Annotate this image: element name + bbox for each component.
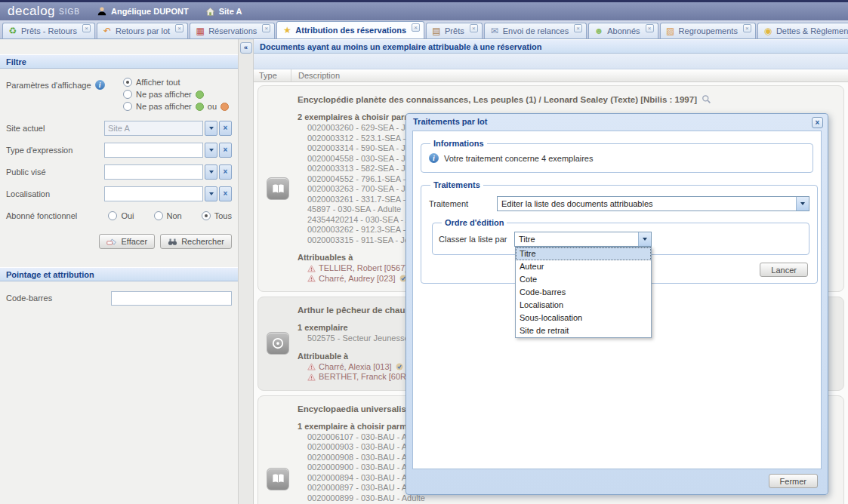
chevron-down-icon[interactable]: [638, 232, 651, 246]
display-option-0[interactable]: Afficher tout: [123, 78, 229, 87]
tab-close-icon[interactable]: ×: [574, 24, 582, 32]
tab-close-icon[interactable]: ×: [82, 24, 91, 32]
select-value[interactable]: [104, 143, 203, 158]
abonne-option-non[interactable]: Non: [154, 211, 182, 220]
search-icon[interactable]: [702, 94, 711, 104]
collapse-sidebar-button[interactable]: «: [240, 42, 252, 54]
tab-regroupements[interactable]: ▨Regroupements×: [660, 23, 756, 38]
order-option-cote[interactable]: Cote: [516, 273, 651, 286]
select-value[interactable]: [104, 164, 203, 180]
tab-close-icon[interactable]: ×: [175, 24, 183, 32]
tab-retours-par-lot[interactable]: ↶Retours par lot×: [97, 23, 188, 38]
reservations-icon: ▦: [195, 26, 205, 36]
abonne-option-tous[interactable]: Tous: [202, 211, 232, 220]
type-cell: [258, 399, 298, 504]
subscribers-icon: ☻: [594, 26, 604, 36]
radio-button[interactable]: [154, 211, 163, 220]
tab-close-icon[interactable]: ×: [646, 24, 654, 32]
field-label: Localisation: [6, 189, 104, 198]
current-site[interactable]: Site A: [205, 7, 242, 17]
tab-label: Prêts - Retours: [21, 26, 77, 35]
radio-label: Tous: [214, 211, 232, 220]
column-type[interactable]: Type: [254, 69, 291, 81]
tab-label: Envoi de relances: [503, 26, 569, 35]
top-bar: decalog SIGB Angélique DUPONT Site A: [0, 0, 848, 20]
loans-returns-icon: ♻: [8, 26, 18, 36]
tab-label: Attribution des réservations: [295, 26, 406, 35]
assign-hand-icon[interactable]: [395, 362, 404, 371]
tab-dettes-r-glements[interactable]: ◉Dettes & Règlements×: [757, 23, 848, 38]
book-icon: [267, 468, 289, 490]
search-button[interactable]: Rechercher: [160, 234, 232, 249]
reservation-assignment-icon: ★: [282, 25, 292, 35]
order-option-titre[interactable]: Titre: [516, 247, 651, 260]
tab-label: Prêts: [445, 26, 464, 35]
tab-label: Abonnés: [607, 26, 640, 35]
app-logo-suffix: SIGB: [59, 8, 80, 16]
tab-pr-ts[interactable]: ▤Prêts×: [426, 23, 483, 38]
reminders-icon: ✉: [489, 26, 500, 36]
type-cell: [258, 300, 298, 387]
treatment-select[interactable]: Editer la liste des documents attribuabl…: [497, 196, 809, 211]
treatments-fieldset: Traitements Traitement Editer la liste d…: [421, 180, 818, 284]
radio-button[interactable]: [202, 211, 211, 220]
tab-abonn-s[interactable]: ☻Abonnés×: [588, 23, 658, 38]
tab-r-servations[interactable]: ▦Réservations×: [190, 23, 275, 38]
select-value[interactable]: [104, 186, 203, 201]
radio-button[interactable]: [123, 102, 132, 111]
chevron-down-icon[interactable]: [205, 121, 217, 136]
close-dialog-button[interactable]: Fermer: [769, 474, 818, 488]
order-label: Classer la liste par: [439, 235, 514, 244]
tab-close-icon[interactable]: ×: [262, 24, 270, 32]
barcode-input[interactable]: [111, 291, 232, 306]
dialog-close-icon[interactable]: ×: [812, 117, 823, 128]
current-user[interactable]: Angélique DUPONT: [97, 6, 189, 17]
app-window: decalog SIGB Angélique DUPONT Site A ♻Pr…: [0, 0, 848, 504]
order-legend: Ordre d'édition: [442, 218, 507, 227]
order-option-localisation[interactable]: Localisation: [516, 299, 651, 312]
reader-name: Charré, Alexia [013]: [319, 362, 392, 373]
order-select[interactable]: Titre TitreAuteurCoteCode-barresLocalisa…: [514, 232, 652, 247]
launch-button[interactable]: Lancer: [760, 263, 808, 277]
order-option-sous-localisation[interactable]: Sous-localisation: [516, 312, 651, 324]
reader-name: TELLIER, Robert [0567]: [319, 263, 407, 274]
radio-button[interactable]: [108, 211, 117, 220]
select-value[interactable]: Site A: [104, 121, 203, 136]
order-option-site-de-retrait[interactable]: Site de retrait: [516, 324, 651, 337]
order-option-auteur[interactable]: Auteur: [516, 260, 651, 273]
tab-close-icon[interactable]: ×: [412, 23, 420, 32]
clear-field-icon[interactable]: ×: [219, 121, 232, 136]
abonne-option-oui[interactable]: Oui: [108, 211, 134, 220]
clear-button[interactable]: Effacer: [99, 234, 155, 249]
tab-envoi-de-relances[interactable]: ✉Envoi de relances×: [484, 23, 587, 38]
info-icon: i: [429, 153, 439, 163]
radio-button[interactable]: [123, 78, 132, 87]
order-dropdown-list: TitreAuteurCoteCode-barresLocalisationSo…: [515, 247, 652, 338]
column-description[interactable]: Description: [291, 69, 340, 81]
clear-field-icon[interactable]: ×: [219, 186, 232, 201]
chevron-down-icon[interactable]: [205, 143, 217, 158]
chevron-down-icon[interactable]: [205, 164, 217, 180]
clear-field-icon[interactable]: ×: [219, 164, 232, 180]
chevron-down-icon[interactable]: [205, 186, 217, 201]
tab-close-icon[interactable]: ×: [743, 24, 751, 32]
chevron-down-icon[interactable]: [796, 197, 809, 211]
tab-pr-ts-retours[interactable]: ♻Prêts - Retours×: [2, 23, 95, 38]
binoculars-icon: [168, 238, 177, 246]
order-option-code-barres[interactable]: Code-barres: [516, 286, 651, 299]
display-option-2[interactable]: Ne pas afficherou: [123, 102, 229, 111]
user-icon: [97, 6, 107, 17]
document-title-text: Encyclopaedia universalis :: [298, 404, 412, 413]
radio-label: Ne pas afficher: [136, 90, 192, 99]
tab-attribution-des-r-servations[interactable]: ★Attribution des réservations×: [276, 21, 424, 38]
display-option-1[interactable]: Ne pas afficher: [123, 90, 229, 99]
clear-field-icon[interactable]: ×: [219, 143, 232, 158]
field-label: Public visé: [6, 167, 104, 177]
radio-button[interactable]: [123, 90, 132, 99]
tab-close-icon[interactable]: ×: [470, 24, 478, 32]
eraser-icon: [106, 238, 117, 246]
documents-toolbar: [254, 54, 848, 69]
radio-label: Non: [167, 211, 182, 220]
documents-panel-title: Documents ayant au moins un exemplaire a…: [254, 39, 848, 54]
abonne-label: Abonné fonctionnel: [6, 211, 108, 220]
